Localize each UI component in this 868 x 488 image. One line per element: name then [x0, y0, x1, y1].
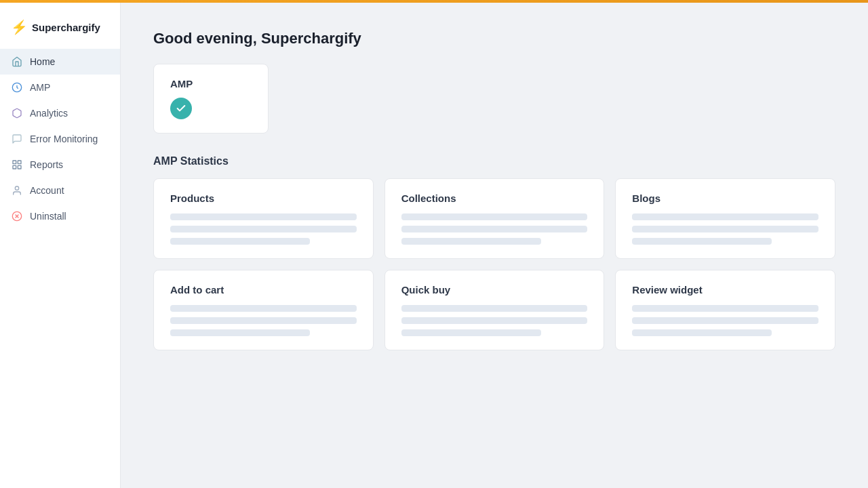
svg-rect-1 — [13, 161, 16, 164]
amp-status-card: AMP — [153, 64, 269, 134]
svg-rect-4 — [13, 165, 16, 169]
sidebar-item-label: Account — [30, 185, 64, 196]
uninstall-icon — [11, 210, 23, 222]
skeleton-line — [632, 226, 818, 232]
sidebar-item-label: Home — [30, 56, 55, 67]
skeleton-line — [632, 214, 818, 220]
stat-card-title: Review widget — [632, 284, 818, 296]
amp-icon — [11, 81, 23, 94]
svg-rect-3 — [18, 165, 21, 169]
skeleton-line — [401, 226, 588, 232]
home-icon — [11, 56, 23, 68]
stat-card-title: Products — [170, 192, 357, 204]
sidebar: ⚡ Superchargify Home AMP — [0, 3, 121, 488]
sidebar-item-label: Analytics — [30, 108, 68, 119]
sidebar-item-label: Reports — [30, 159, 63, 170]
skeleton-line — [401, 317, 588, 324]
sidebar-item-label: Error Monitoring — [30, 134, 98, 144]
stat-card-review-widget[interactable]: Review widget — [615, 270, 835, 350]
skeleton-lines — [632, 305, 818, 336]
amp-status-title: AMP — [170, 78, 252, 89]
sidebar-item-reports[interactable]: Reports — [0, 152, 120, 178]
svg-point-5 — [15, 186, 18, 190]
account-icon — [11, 184, 23, 197]
greeting-heading: Good evening, Superchargify — [153, 30, 835, 47]
sidebar-item-amp[interactable]: AMP — [0, 75, 120, 100]
stats-grid: Products Collections Blogs — [153, 178, 835, 350]
logo-text: Superchargify — [32, 22, 100, 33]
app-layout: ⚡ Superchargify Home AMP — [0, 3, 868, 488]
stat-card-title: Add to cart — [170, 284, 357, 296]
skeleton-line — [170, 226, 357, 232]
skeleton-line — [170, 214, 357, 220]
skeleton-line — [401, 238, 541, 245]
skeleton-line — [401, 329, 541, 336]
logo-area: ⚡ Superchargify — [0, 14, 120, 49]
stat-card-title: Blogs — [632, 192, 818, 204]
stat-card-quick-buy[interactable]: Quick buy — [384, 270, 605, 350]
skeleton-line — [632, 238, 772, 245]
skeleton-line — [632, 305, 818, 312]
main-content: Good evening, Superchargify AMP AMP Stat… — [121, 3, 868, 488]
reports-icon — [11, 159, 23, 171]
skeleton-line — [401, 214, 588, 220]
analytics-icon — [11, 107, 23, 119]
skeleton-line — [170, 329, 310, 336]
skeleton-lines — [170, 214, 357, 245]
stat-card-collections[interactable]: Collections — [384, 178, 605, 259]
stat-card-blogs[interactable]: Blogs — [615, 178, 835, 259]
skeleton-line — [170, 305, 357, 312]
skeleton-lines — [632, 214, 818, 245]
skeleton-line — [401, 305, 588, 312]
sidebar-item-label: Uninstall — [30, 211, 66, 222]
sidebar-item-label: AMP — [30, 82, 50, 93]
stat-card-products[interactable]: Products — [153, 178, 374, 259]
sidebar-item-error-monitoring[interactable]: Error Monitoring — [0, 126, 120, 152]
skeleton-line — [170, 238, 310, 245]
skeleton-line — [632, 317, 818, 324]
skeleton-line — [170, 317, 357, 324]
skeleton-lines — [170, 305, 357, 336]
skeleton-line — [632, 329, 772, 336]
sidebar-item-uninstall[interactable]: Uninstall — [0, 203, 120, 229]
skeleton-lines — [401, 214, 588, 245]
sidebar-item-account[interactable]: Account — [0, 178, 120, 203]
logo-icon: ⚡ — [11, 19, 28, 35]
svg-rect-2 — [18, 161, 21, 164]
stat-card-title: Collections — [401, 192, 588, 204]
stat-card-add-to-cart[interactable]: Add to cart — [153, 270, 374, 350]
sidebar-item-home[interactable]: Home — [0, 49, 120, 75]
statistics-section-title: AMP Statistics — [153, 155, 835, 167]
sidebar-item-analytics[interactable]: Analytics — [0, 100, 120, 126]
amp-check-icon — [170, 98, 192, 119]
error-monitoring-icon — [11, 133, 23, 145]
skeleton-lines — [401, 305, 588, 336]
stat-card-title: Quick buy — [401, 284, 588, 296]
